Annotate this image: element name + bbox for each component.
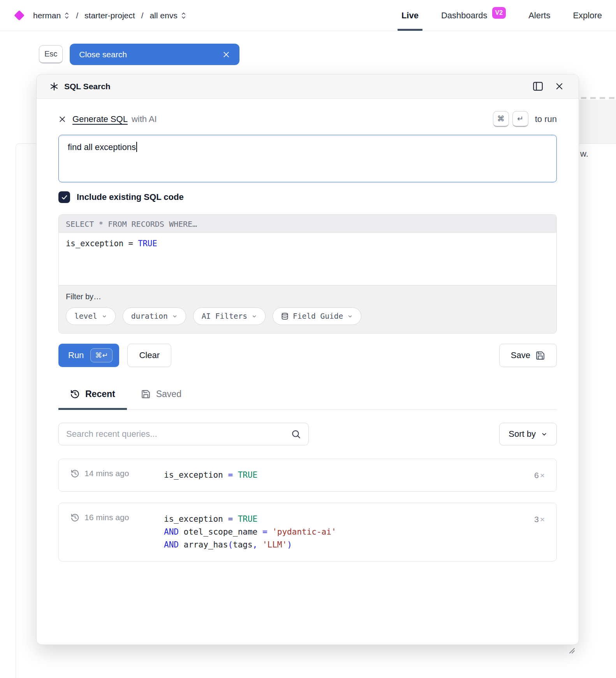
history-icon (70, 513, 79, 522)
sql-editor-header: SELECT * FROM RECORDS WHERE… (59, 215, 556, 233)
modal-header-actions (533, 81, 564, 91)
cmd-keycap: ⌘ (493, 111, 509, 127)
recent-query-run-count: 6× (526, 469, 545, 482)
generate-sql-suffix: with AI (132, 114, 157, 124)
search-icon (291, 429, 301, 439)
modal-body: Generate SQL with AI ⌘ ↵ to run find all… (37, 111, 579, 657)
filter-chip-ai-filters[interactable]: AI Filters (193, 307, 266, 325)
history-icon (70, 389, 80, 399)
logfire-logo-icon[interactable] (14, 10, 25, 21)
close-search-button[interactable]: Close search (70, 44, 239, 65)
nav-tab-explore[interactable]: Explore (573, 0, 602, 31)
run-button[interactable]: Run ⌘↵ (58, 344, 119, 367)
ai-prompt-input[interactable]: find all exceptions (58, 135, 557, 182)
background-gray-block (579, 100, 616, 143)
query-tabs: Recent Saved (58, 389, 557, 410)
close-search-bar: Esc Close search (39, 44, 239, 65)
to-run-label: to run (535, 114, 557, 124)
nav-tab-alerts[interactable]: Alerts (528, 0, 550, 31)
include-sql-label: Include existing SQL code (77, 192, 184, 202)
filter-chips: level duration AI Filters Field Guide (66, 307, 549, 325)
filter-chip-duration[interactable]: duration (123, 307, 186, 325)
chevron-down-icon (172, 314, 178, 319)
top-navbar: herman / starter-project / all envs Live… (0, 0, 616, 31)
close-icon[interactable] (555, 82, 564, 91)
checkbox-checked[interactable] (58, 191, 70, 203)
asterisk-icon (50, 82, 58, 91)
resize-handle[interactable] (567, 646, 575, 653)
breadcrumb-project[interactable]: starter-project (84, 11, 135, 20)
close-icon (222, 51, 230, 58)
chevron-down-icon (102, 314, 107, 319)
chevron-updown-icon (64, 12, 70, 19)
background-text-fragment: w. (580, 149, 588, 159)
breadcrumb-env[interactable]: all envs (150, 11, 186, 20)
sql-editor-code[interactable]: is_exception = TRUE (59, 233, 556, 285)
recent-query-timestamp: 16 mins ago (84, 513, 129, 522)
recent-query-row[interactable]: 14 mins ago is_exception = TRUE 6× (58, 459, 557, 492)
action-buttons-row: Run ⌘↵ Clear Save (58, 344, 557, 367)
history-icon (70, 469, 79, 478)
breadcrumb-separator: / (141, 11, 144, 20)
filter-section: Filter by… level duration AI Filters (59, 285, 556, 333)
nav-tab-dashboards[interactable]: Dashboards V2 (441, 0, 506, 31)
chevron-updown-icon (181, 12, 187, 19)
run-shortcut-hint: ⌘ ↵ to run (493, 111, 557, 127)
modal-title: SQL Search (50, 82, 111, 91)
recent-query-sql: is_exception = TRUE (164, 469, 526, 482)
recent-query-run-count: 3× (526, 513, 545, 526)
generate-sql-row: Generate SQL with AI ⌘ ↵ to run (58, 111, 557, 127)
save-icon (535, 351, 545, 360)
breadcrumb-org[interactable]: herman (33, 11, 70, 20)
main-nav: Live Dashboards V2 Alerts Explore (401, 0, 602, 31)
chevron-down-icon (252, 314, 257, 319)
filter-by-label: Filter by… (66, 292, 549, 301)
recent-search-box (58, 423, 309, 445)
breadcrumb-separator: / (76, 11, 78, 20)
recent-query-row[interactable]: 16 mins ago is_exception = TRUEAND otel_… (58, 503, 557, 561)
side-panel-icon[interactable] (533, 81, 543, 91)
sort-by-button[interactable]: Sort by (499, 423, 557, 445)
filter-chip-field-guide[interactable]: Field Guide (273, 307, 361, 325)
save-button[interactable]: Save (499, 344, 557, 367)
v2-badge: V2 (492, 7, 506, 19)
chevron-down-icon (541, 431, 547, 438)
generate-sql-link[interactable]: Generate SQL (72, 114, 128, 124)
dismiss-ai-icon[interactable] (58, 115, 66, 123)
breadcrumb: herman / starter-project / all envs (33, 11, 187, 20)
sql-editor: SELECT * FROM RECORDS WHERE… is_exceptio… (58, 214, 557, 334)
search-recent-input[interactable] (66, 429, 286, 439)
save-icon (141, 389, 151, 399)
background-dashed-line (581, 97, 616, 99)
check-icon (61, 194, 68, 201)
run-shortcut-keys: ⌘↵ (90, 348, 113, 362)
tab-saved[interactable]: Saved (129, 389, 193, 409)
recent-query-timestamp: 14 mins ago (84, 469, 129, 478)
filter-chip-level[interactable]: level (66, 307, 116, 325)
text-cursor (136, 142, 137, 152)
include-sql-checkbox-row[interactable]: Include existing SQL code (58, 191, 557, 203)
clear-button[interactable]: Clear (127, 344, 171, 367)
nav-tab-live[interactable]: Live (401, 0, 419, 31)
tab-recent[interactable]: Recent (58, 389, 127, 409)
recent-search-row: Sort by (58, 423, 557, 445)
recent-rows: 14 mins ago is_exception = TRUE 6× 16 mi… (58, 459, 557, 561)
chevron-down-icon (347, 314, 353, 319)
recent-query-meta: 16 mins ago (70, 513, 164, 522)
modal-header: SQL Search (37, 74, 579, 99)
recent-query-sql: is_exception = TRUEAND otel_scope_name =… (164, 513, 526, 551)
esc-keycap: Esc (39, 45, 63, 64)
enter-keycap: ↵ (512, 111, 528, 127)
recent-query-meta: 14 mins ago (70, 469, 164, 478)
sql-search-modal: SQL Search Generate SQL with AI ⌘ ↵ to r… (36, 74, 579, 645)
database-icon (281, 313, 289, 320)
